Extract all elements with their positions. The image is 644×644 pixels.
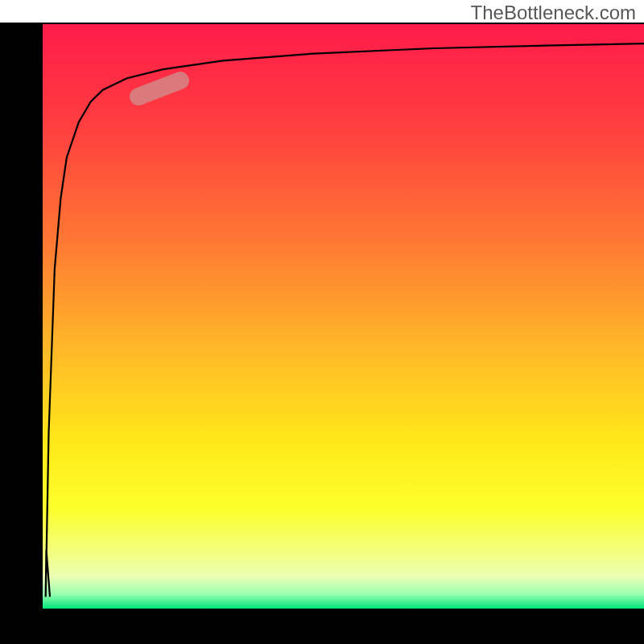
chart-canvas: { "attribution": { "label": "TheBottlene… (0, 0, 644, 644)
frame-left (0, 23, 43, 644)
attribution-label: TheBottleneck.com (471, 2, 636, 24)
plot-background (43, 23, 644, 609)
chart-svg (0, 0, 644, 644)
frame-bottom (43, 609, 644, 644)
